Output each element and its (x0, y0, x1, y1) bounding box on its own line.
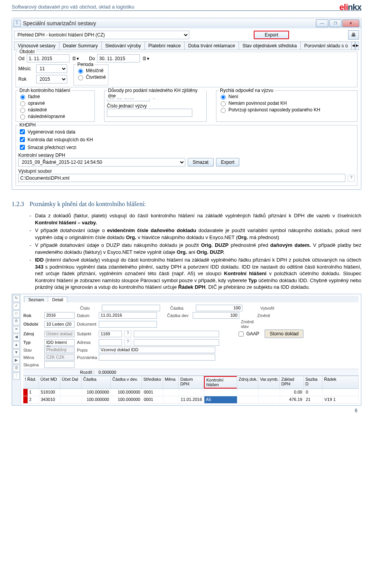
toolbar-vertical: ↻ ✓ □ ® ✕ ◀ ▲ ▼ ▶ ☰ ⋮ (12, 294, 21, 405)
datum-label: Datum (77, 313, 96, 318)
group-druh: Druh kontrolního hlášení řádné opravné n… (16, 90, 95, 122)
datum-field[interactable]: 11.01.2016 (99, 312, 157, 319)
calendar-icon[interactable]: 🗓▾ (72, 56, 79, 61)
popis-field[interactable]: Vzorový doklad IDD (99, 347, 215, 353)
poznamka-field[interactable] (99, 354, 215, 361)
tab-item[interactable]: Stav objednávek střediska (239, 42, 301, 50)
tab-item[interactable]: Porovnání skladu s ú (300, 42, 352, 50)
tool-icon[interactable]: ✓ (13, 303, 20, 310)
tool-icon[interactable]: ⋮ (13, 373, 20, 380)
radio-nemam[interactable]: Nemám povinnost podat KH (219, 100, 355, 106)
castka-field[interactable]: 100 (196, 305, 242, 311)
cislo-jednaci-input[interactable] (107, 109, 192, 117)
vystup-label: Výstupní soubor (18, 168, 355, 174)
page-tagline: Softwarový dodavatel pro váš obchod, skl… (12, 4, 361, 10)
dokument-label: Dokument (77, 322, 96, 326)
group-legend: Druh kontrolního hlášení (18, 88, 71, 93)
help-icon[interactable]: ? (124, 339, 131, 346)
tab-scroll-left[interactable]: ◀ (351, 42, 355, 50)
tab-item[interactable]: Sledování výroby (101, 42, 145, 50)
radio-radne[interactable]: řádné (18, 94, 92, 100)
dokument-field[interactable] (99, 321, 157, 328)
section-heading: 1.2.3Poznámky k plnění dat do kontrolníh… (12, 201, 361, 208)
tool-icon[interactable]: ◀ (13, 334, 20, 341)
tool-icon[interactable]: ↻ (13, 295, 20, 302)
radio-ctvrtletne[interactable]: Čtvrtletně (76, 74, 106, 80)
export2-button[interactable]: Export (216, 158, 240, 167)
tool-icon[interactable]: ▶ (13, 357, 20, 364)
grid-row[interactable]: 2 343010 100.000000 100.000000 0001 11.0… (23, 396, 359, 404)
report-select[interactable]: Přehled DPH - kontrolní hlášení DPH (CZ) (14, 31, 189, 39)
vystup-path[interactable] (18, 174, 345, 182)
radio-opravne[interactable]: opravné (18, 100, 92, 106)
od-label: Od (18, 56, 24, 61)
tool-icon[interactable]: ▲ (13, 342, 20, 349)
rok-select[interactable]: 2015 (36, 75, 67, 83)
print-icon[interactable]: 🖶 (348, 30, 359, 40)
group-legend: Důvody pro podání následného KH zjištěny… (107, 88, 206, 99)
subjekt-field[interactable]: 1169 (99, 331, 122, 337)
mesic-select[interactable]: 11 (36, 64, 67, 73)
bullet: Data z dokladů (faktur, plateb) vstupují… (30, 212, 361, 226)
rok-field[interactable]: 2016 (44, 312, 75, 319)
tab-item[interactable]: Doba trvání reklamace (184, 42, 239, 50)
maximize-button[interactable]: ❐ (329, 19, 342, 27)
mesic-label: Měsíc (18, 66, 34, 71)
tab-item[interactable]: Dealer Summary (59, 42, 102, 50)
od-date[interactable] (27, 54, 70, 62)
tool-icon[interactable]: □ (13, 310, 20, 317)
help-icon[interactable]: ? (124, 330, 131, 337)
bullet: IDD (interní daňové doklady) vstupují do… (30, 257, 361, 291)
do-date[interactable] (97, 54, 140, 62)
close-button[interactable]: ✕ (342, 19, 359, 27)
radio-nasledne-opravne[interactable]: následné/opravné (18, 113, 92, 120)
radio-nasledne[interactable]: následné (18, 107, 92, 113)
tool-icon[interactable]: ▼ (13, 349, 20, 356)
app-icon: Σ (14, 20, 21, 27)
bullet-list: Data z dokladů (faktur, plateb) vstupují… (30, 212, 361, 291)
tab-detail[interactable]: Detail (48, 297, 67, 302)
zdroj-label: Zdroj (23, 331, 42, 336)
tab-item[interactable]: Výnosové sestavy (14, 42, 59, 50)
tool-icon[interactable]: ® (13, 318, 20, 325)
cislo-field[interactable] (102, 305, 160, 311)
tool-icon[interactable]: ☰ (13, 365, 20, 372)
export-button[interactable]: Export (254, 31, 289, 39)
minimize-button[interactable]: — (316, 19, 328, 27)
typ-label: Typ (23, 340, 42, 345)
check-kontrola[interactable]: Kontrola dat vstupujících do KH (18, 136, 355, 143)
tab-scroll-right[interactable]: ▶ (355, 42, 359, 50)
adresa-field[interactable] (99, 339, 122, 346)
radio-neni[interactable]: Není (219, 94, 355, 100)
castkadev-field[interactable]: 100 (193, 312, 239, 319)
check-smazat[interactable]: Smazat předchozí verzi (18, 144, 355, 151)
gaap-check[interactable]: GAAP (237, 330, 259, 338)
tab-seznam[interactable]: Seznam (24, 297, 48, 302)
radio-mesicne[interactable]: Měsíčně (76, 68, 106, 74)
window-title: Speciální sumarizační sestavy (23, 20, 315, 26)
stav-field: Předběžný (44, 347, 75, 353)
ks-select[interactable]: 2015_09_Řádné_2015-12-02 14:54:50 (18, 158, 185, 167)
grid-row[interactable]: 1 518100 100.000000 100.000000 0001 0.00… (23, 389, 359, 396)
tabstrip: Výnosové sestavy Dealer Summary Sledován… (14, 42, 359, 50)
subjekt-name-field[interactable] (134, 331, 219, 337)
smazat-button[interactable]: Smazat (188, 158, 214, 167)
tool-icon[interactable]: ✕ (13, 326, 20, 333)
storno-button[interactable]: Storno doklad (265, 330, 303, 338)
typ-field[interactable]: IDD Interní da (44, 339, 75, 346)
logo: elinkx (340, 2, 361, 12)
adresa-name-field[interactable] (134, 339, 219, 346)
tab-item[interactable]: Platební reakce (145, 42, 185, 50)
help-icon[interactable]: ? (348, 175, 355, 182)
group-legend: Období (18, 49, 36, 54)
obdobi-field[interactable]: 10 Leden (20 (44, 321, 75, 328)
castka-label: Částka (170, 306, 193, 310)
calendar-icon[interactable]: 🗓▾ (142, 56, 149, 61)
poznamka-label: Poznámka (77, 355, 96, 360)
grid-header: ! Řád. Účet MD Účet Dal Částka Částka v … (23, 376, 359, 389)
group-legend: Rychlá odpověď na výzvu (219, 88, 274, 93)
skupina-field[interactable] (44, 361, 75, 368)
radio-potvrzuji[interactable]: Potvrzuji správnost naposledy podaného K… (219, 107, 355, 113)
stav-label: Stav (23, 348, 42, 352)
check-vygenerovat[interactable]: Vygenerovat nová data (18, 128, 355, 135)
